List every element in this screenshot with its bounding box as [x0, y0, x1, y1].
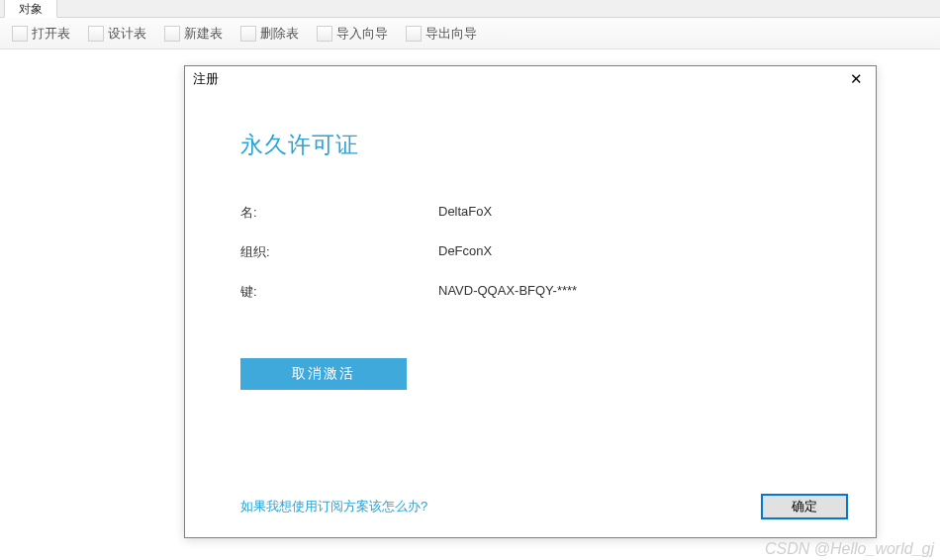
row-key: 键: NAVD-QQAX-BFQY-****	[240, 283, 820, 301]
toolbar-label: 导入向导	[336, 25, 388, 43]
license-heading: 永久许可证	[240, 130, 820, 160]
toolbar-export-wizard[interactable]: 导出向导	[400, 23, 483, 45]
close-icon: ✕	[850, 70, 863, 88]
row-org: 组织: DeFconX	[240, 243, 820, 261]
toolbar: 打开表 设计表 新建表 删除表 导入向导 导出向导	[0, 18, 940, 49]
toolbar-import-wizard[interactable]: 导入向导	[311, 23, 394, 45]
toolbar-label: 设计表	[108, 25, 146, 43]
value-key: NAVD-QQAX-BFQY-****	[438, 283, 820, 301]
toolbar-design-table[interactable]: 设计表	[82, 23, 152, 45]
ok-button[interactable]: 确定	[761, 494, 848, 519]
toolbar-new-table[interactable]: 新建表	[158, 23, 229, 45]
toolbar-label: 打开表	[32, 25, 70, 43]
open-table-icon	[12, 26, 28, 42]
dialog-title: 注册	[193, 70, 219, 88]
subscription-link[interactable]: 如果我想使用订阅方案该怎么办?	[240, 498, 427, 515]
deactivate-button[interactable]: 取消激活	[240, 358, 407, 390]
design-table-icon	[88, 26, 104, 42]
new-table-icon	[164, 26, 180, 42]
toolbar-label: 导出向导	[425, 25, 477, 43]
import-wizard-icon	[317, 26, 332, 42]
register-dialog: 注册 ✕ 永久许可证 名: DeltaFoX 组织: DeFconX 键: NA…	[184, 65, 877, 538]
toolbar-label: 删除表	[260, 25, 299, 43]
label-name: 名:	[240, 204, 438, 222]
toolbar-open-table[interactable]: 打开表	[6, 23, 76, 45]
value-org: DeFconX	[438, 243, 820, 261]
export-wizard-icon	[406, 26, 422, 42]
label-org: 组织:	[240, 243, 438, 261]
value-name: DeltaFoX	[438, 204, 820, 222]
tab-objects[interactable]: 对象	[4, 0, 57, 18]
label-key: 键:	[240, 283, 438, 301]
delete-table-icon	[240, 26, 256, 42]
toolbar-delete-table[interactable]: 删除表	[235, 23, 305, 45]
row-name: 名: DeltaFoX	[240, 204, 820, 222]
toolbar-label: 新建表	[184, 25, 223, 43]
close-button[interactable]: ✕	[842, 69, 870, 89]
